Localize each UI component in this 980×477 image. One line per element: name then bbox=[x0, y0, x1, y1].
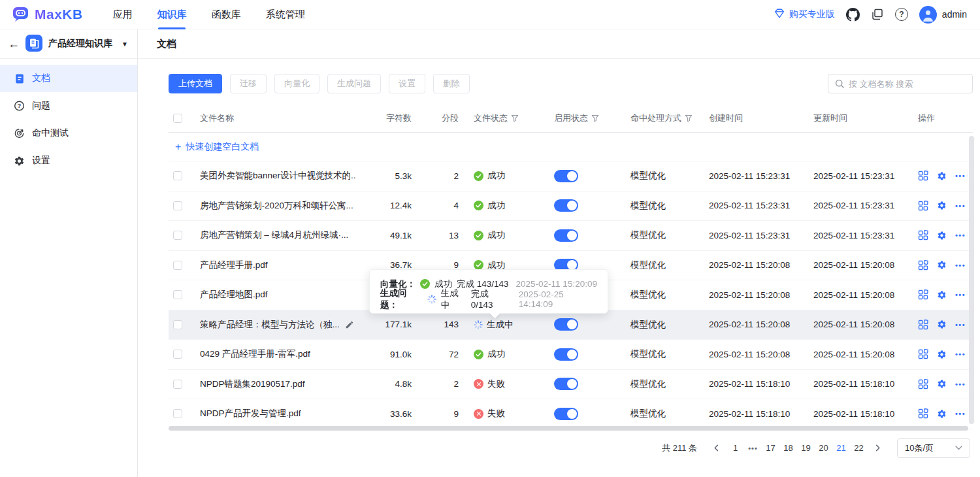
select-all-checkbox[interactable] bbox=[173, 114, 182, 123]
action-more-icon[interactable]: ••• bbox=[955, 380, 966, 388]
page-number-1[interactable]: 1 bbox=[728, 441, 743, 455]
search-input[interactable] bbox=[849, 79, 966, 89]
maxkb-logo[interactable]: MaxKB bbox=[12, 5, 83, 24]
action-settings-icon[interactable] bbox=[937, 171, 947, 181]
horizontal-scrollbar[interactable] bbox=[169, 426, 968, 431]
doc-name[interactable]: 房地产营销策划 – 绿城4月杭州绿城·... bbox=[200, 229, 348, 241]
delete-button[interactable]: 删除 bbox=[433, 74, 470, 93]
action-more-icon[interactable]: ••• bbox=[955, 231, 966, 239]
sidebar-item-settings[interactable]: 设置 bbox=[0, 147, 137, 174]
logo-icon bbox=[12, 5, 29, 24]
help-icon[interactable]: ? bbox=[895, 8, 908, 21]
doc-name[interactable]: 美团外卖智能banner设计中视觉技术的... bbox=[200, 170, 355, 182]
page-size-value: 10条/页 bbox=[905, 442, 934, 454]
doc-name[interactable]: 策略产品经理：模型与方法论（独... bbox=[200, 319, 340, 331]
action-segment-icon[interactable] bbox=[918, 201, 928, 211]
tooltip-time: 2025-02-11 15:20:09 bbox=[516, 279, 597, 289]
action-segment-icon[interactable] bbox=[918, 171, 928, 181]
page-number-20[interactable]: 20 bbox=[816, 441, 831, 455]
row-checkbox[interactable] bbox=[173, 409, 182, 418]
action-settings-icon[interactable] bbox=[937, 409, 947, 419]
page-number-19[interactable]: 19 bbox=[798, 441, 813, 455]
enable-toggle[interactable] bbox=[554, 318, 578, 331]
enable-toggle[interactable] bbox=[554, 199, 578, 212]
user-menu[interactable]: admin bbox=[919, 6, 967, 24]
vertical-scrollbar[interactable] bbox=[969, 136, 974, 424]
filter-icon[interactable] bbox=[685, 114, 693, 122]
action-segment-icon[interactable] bbox=[918, 289, 928, 300]
doc-name[interactable]: NPDP产品开发与管理.pdf bbox=[200, 408, 301, 419]
action-more-icon[interactable]: ••• bbox=[955, 291, 966, 299]
row-checkbox[interactable] bbox=[173, 231, 182, 240]
sidebar-item-documents[interactable]: 文档 bbox=[0, 65, 137, 92]
action-settings-icon[interactable] bbox=[937, 350, 947, 359]
action-segment-icon[interactable] bbox=[918, 379, 928, 389]
enable-toggle[interactable] bbox=[554, 378, 578, 390]
docs-icon[interactable] bbox=[871, 8, 884, 21]
doc-name[interactable]: NPDP错题集20190517.pdf bbox=[200, 378, 305, 390]
filter-icon[interactable] bbox=[591, 114, 599, 122]
sidebar-item-hit-test[interactable]: 命中测试 bbox=[0, 120, 137, 147]
action-more-icon[interactable]: ••• bbox=[955, 321, 966, 329]
page-number-17[interactable]: 17 bbox=[763, 441, 778, 455]
row-checkbox[interactable] bbox=[173, 290, 182, 299]
action-more-icon[interactable]: ••• bbox=[955, 202, 966, 210]
enable-toggle[interactable] bbox=[554, 170, 578, 182]
doc-name[interactable]: 产品经理手册.pdf bbox=[200, 259, 268, 271]
nav-item-applications[interactable]: 应用 bbox=[113, 0, 133, 29]
action-more-icon[interactable]: ••• bbox=[955, 261, 966, 269]
action-settings-icon[interactable] bbox=[937, 260, 947, 270]
action-more-icon[interactable]: ••• bbox=[955, 350, 966, 358]
action-more-icon[interactable]: ••• bbox=[955, 410, 966, 418]
page-number-22[interactable]: 22 bbox=[851, 441, 866, 455]
action-settings-icon[interactable] bbox=[937, 201, 947, 210]
action-segment-icon[interactable] bbox=[918, 230, 928, 240]
enable-toggle[interactable] bbox=[554, 408, 578, 420]
enable-toggle[interactable] bbox=[554, 348, 578, 361]
buy-pro-link[interactable]: 购买专业版 bbox=[774, 8, 835, 21]
generate-questions-button[interactable]: 生成问题 bbox=[327, 74, 381, 93]
next-icon[interactable] bbox=[871, 444, 885, 452]
back-icon[interactable]: ← bbox=[8, 38, 20, 50]
migrate-button[interactable]: 迁移 bbox=[230, 74, 267, 93]
action-segment-icon[interactable] bbox=[918, 260, 928, 271]
nav-item-knowledge-base[interactable]: 知识库 bbox=[157, 0, 187, 29]
row-checkbox[interactable] bbox=[173, 380, 182, 389]
quick-create-blank-doc[interactable]: + 快速创建空白文档 bbox=[169, 133, 973, 161]
filter-icon[interactable] bbox=[511, 114, 519, 122]
edit-icon[interactable] bbox=[345, 320, 354, 329]
settings-button[interactable]: 设置 bbox=[389, 74, 425, 93]
action-settings-icon[interactable] bbox=[937, 320, 947, 329]
page-number-21[interactable]: 21 bbox=[834, 441, 849, 455]
action-segment-icon[interactable] bbox=[918, 408, 928, 419]
row-checkbox[interactable] bbox=[173, 261, 182, 270]
doc-name[interactable]: 0429 产品经理手册-雷军.pdf bbox=[200, 348, 310, 360]
action-segment-icon[interactable] bbox=[918, 320, 928, 330]
action-settings-icon[interactable] bbox=[937, 231, 947, 240]
prev-icon[interactable] bbox=[710, 444, 723, 452]
doc-name[interactable]: 产品经理地图.pdf bbox=[200, 289, 268, 301]
vectorize-button[interactable]: 向量化 bbox=[274, 74, 319, 93]
upload-doc-button[interactable]: 上传文档 bbox=[169, 74, 222, 93]
row-checkbox[interactable] bbox=[173, 320, 182, 329]
page-ellipsis[interactable]: ••• bbox=[745, 442, 760, 454]
doc-name[interactable]: 房地产营销策划-2020万科和颂轩公寓... bbox=[200, 200, 353, 212]
row-checkbox[interactable] bbox=[173, 350, 182, 359]
enable-toggle[interactable] bbox=[554, 229, 578, 242]
action-segment-icon[interactable] bbox=[918, 349, 928, 359]
nav-item-function-library[interactable]: 函数库 bbox=[212, 0, 241, 29]
page-number-18[interactable]: 18 bbox=[781, 441, 796, 455]
nav-item-system-management[interactable]: 系统管理 bbox=[266, 0, 305, 29]
action-more-icon[interactable]: ••• bbox=[955, 172, 966, 180]
table-header: 文件名称 字符数 分段 文件状态 启用状态 命中处理方式 bbox=[169, 105, 973, 133]
sidebar-item-questions[interactable]: ? 问题 bbox=[0, 92, 137, 120]
github-icon[interactable] bbox=[846, 8, 860, 22]
page-size-select[interactable]: 10条/页 bbox=[897, 438, 970, 458]
row-checkbox[interactable] bbox=[173, 201, 182, 210]
kb-caret-icon[interactable]: ▼ bbox=[122, 41, 129, 48]
avatar-icon bbox=[919, 6, 937, 24]
status-fail-icon bbox=[474, 379, 483, 389]
action-settings-icon[interactable] bbox=[937, 379, 947, 389]
action-settings-icon[interactable] bbox=[937, 290, 947, 300]
row-checkbox[interactable] bbox=[173, 171, 182, 180]
